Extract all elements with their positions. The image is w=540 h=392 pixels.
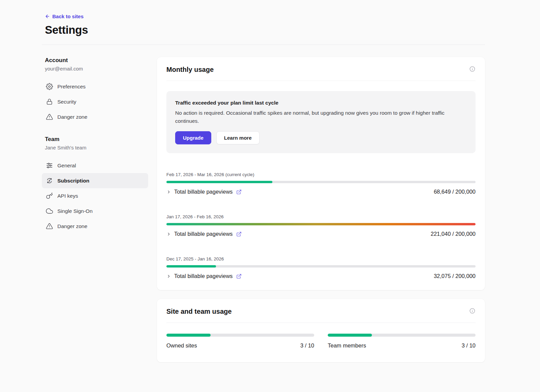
meter-label: Team members — [328, 342, 366, 349]
cycle-metric-label: Total billable pageviews — [174, 231, 233, 237]
usage-progress-track — [328, 334, 476, 337]
sidebar-item-single-sign-on[interactable]: Single Sign-On — [42, 203, 148, 219]
cycle-value: 68,649 / 200,000 — [434, 189, 476, 195]
site-team-usage-title: Site and team usage — [166, 308, 232, 315]
usage-progress-fill — [328, 334, 372, 337]
sidebar-item-danger-zone-account[interactable]: Danger zone — [42, 109, 148, 124]
team-heading: Team — [45, 136, 148, 143]
info-icon[interactable] — [469, 66, 476, 72]
usage-cycle-older: Dec 17, 2025 - Jan 16, 2026 Total billab… — [166, 256, 476, 279]
team-members-meter: Team members 3 / 10 — [328, 334, 476, 349]
cycle-period: Dec 17, 2025 - Jan 16, 2026 — [166, 256, 476, 261]
usage-progress-track — [166, 334, 314, 337]
usage-progress-fill — [166, 223, 476, 225]
sidebar-item-preferences[interactable]: Preferences — [42, 79, 148, 94]
account-heading: Account — [45, 57, 148, 64]
arrow-left-icon — [45, 14, 50, 19]
chevron-right-icon — [166, 232, 171, 236]
team-nav: General $ Subscription API keys — [42, 158, 148, 234]
cycle-expand-toggle[interactable]: Total billable pageviews — [166, 189, 242, 195]
chevron-right-icon — [166, 190, 171, 194]
team-section-header: Team Jane Smith's team — [42, 136, 148, 150]
owned-sites-meter: Owned sites 3 / 10 — [166, 334, 314, 349]
back-link-label: Back to sites — [52, 13, 84, 19]
account-nav: Preferences Security Danger zone — [42, 79, 148, 124]
sidebar-item-label: Single Sign-On — [57, 208, 92, 214]
sidebar-item-general[interactable]: General — [42, 158, 148, 173]
usage-cycle-current: Feb 17, 2026 - Mar 16, 2026 (current cyc… — [166, 172, 476, 195]
sidebar-item-label: Danger zone — [57, 114, 87, 120]
external-link-icon[interactable] — [236, 274, 242, 279]
cloud-icon — [46, 207, 53, 215]
usage-progress-fill — [166, 181, 272, 183]
external-link-icon[interactable] — [236, 231, 242, 237]
key-icon — [46, 192, 53, 199]
settings-sidebar: Account your@email.com Preferences Secur… — [42, 57, 148, 234]
gear-icon — [46, 83, 53, 90]
usage-progress-fill — [166, 265, 216, 268]
usage-progress-track — [166, 265, 476, 268]
monthly-usage-card: Monthly usage Traffic exceeded your plan… — [157, 57, 485, 290]
usage-progress-track — [166, 223, 476, 225]
sidebar-item-label: Preferences — [57, 84, 86, 90]
cycle-period: Feb 17, 2026 - Mar 16, 2026 (current cyc… — [166, 172, 476, 177]
info-icon[interactable] — [469, 308, 476, 314]
sidebar-item-api-keys[interactable]: API keys — [42, 188, 148, 203]
header-divider — [42, 45, 485, 45]
warning-triangle-icon — [46, 223, 53, 230]
sliders-icon — [46, 162, 53, 169]
account-section-header: Account your@email.com — [42, 57, 148, 72]
cycle-metric-label: Total billable pageviews — [174, 189, 233, 195]
lock-icon — [46, 98, 53, 105]
page-title: Settings — [45, 24, 485, 36]
sidebar-item-label: Danger zone — [57, 223, 87, 229]
sidebar-item-label: General — [57, 163, 76, 169]
cycle-value: 32,075 / 200,000 — [434, 273, 476, 279]
usage-progress-track — [166, 181, 476, 183]
monthly-usage-title: Monthly usage — [166, 66, 214, 74]
upgrade-button[interactable]: Upgrade — [175, 131, 211, 144]
traffic-exceeded-notice: Traffic exceeded your plan limit last cy… — [166, 91, 476, 153]
usage-cycle-previous: Jan 17, 2026 - Feb 16, 2026 Total billab… — [166, 214, 476, 237]
usage-progress-fill — [166, 334, 211, 337]
chevron-right-icon — [166, 274, 171, 279]
warning-triangle-icon — [46, 113, 53, 120]
svg-text:$: $ — [49, 179, 50, 182]
sidebar-item-label: API keys — [57, 193, 78, 199]
learn-more-button[interactable]: Learn more — [216, 131, 260, 144]
site-team-meters: Owned sites 3 / 10 Team members 3 / 10 — [166, 334, 476, 354]
cycle-value: 221,040 / 200,000 — [431, 231, 476, 237]
settings-page: Back to sites Settings Account your@emai… — [0, 0, 540, 362]
meter-label: Owned sites — [166, 342, 197, 349]
notice-body: No action is required. Occasional traffi… — [175, 109, 467, 125]
notice-title: Traffic exceeded your plan limit last cy… — [175, 100, 467, 106]
sidebar-item-danger-zone-team[interactable]: Danger zone — [42, 219, 148, 234]
cycle-period: Jan 17, 2026 - Feb 16, 2026 — [166, 214, 476, 219]
cycle-expand-toggle[interactable]: Total billable pageviews — [166, 273, 242, 279]
meter-value: 3 / 10 — [300, 342, 314, 349]
external-link-icon[interactable] — [236, 189, 242, 195]
settings-main: Monthly usage Traffic exceeded your plan… — [157, 57, 485, 362]
cycle-expand-toggle[interactable]: Total billable pageviews — [166, 231, 242, 237]
billing-cycle-icon: $ — [46, 177, 53, 184]
usage-cycles-list: Feb 17, 2026 - Mar 16, 2026 (current cyc… — [166, 172, 476, 279]
cycle-metric-label: Total billable pageviews — [174, 273, 233, 279]
card-divider — [166, 323, 476, 323]
sidebar-item-security[interactable]: Security — [42, 94, 148, 109]
back-to-sites-link[interactable]: Back to sites — [45, 13, 84, 19]
page-header: Back to sites Settings — [42, 13, 485, 36]
team-name: Jane Smith's team — [45, 145, 148, 150]
sidebar-item-label: Security — [57, 99, 76, 105]
site-team-usage-card: Site and team usage Owned sites 3 / 10 — [157, 299, 485, 362]
account-email: your@email.com — [45, 66, 148, 72]
sidebar-item-subscription[interactable]: $ Subscription — [42, 173, 148, 188]
meter-value: 3 / 10 — [462, 342, 476, 349]
card-divider — [166, 81, 476, 81]
sidebar-item-label: Subscription — [57, 178, 89, 184]
